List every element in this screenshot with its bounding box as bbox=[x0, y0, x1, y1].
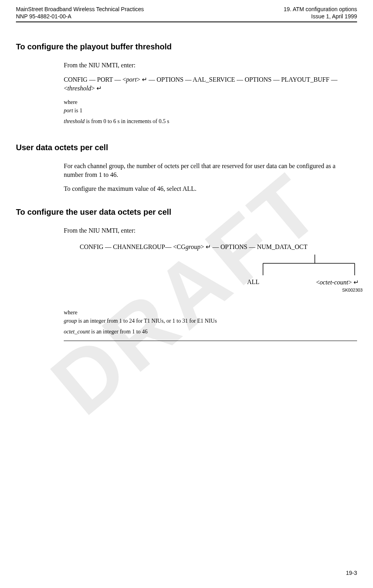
section-end-rule bbox=[64, 341, 357, 341]
group-def: group is an integer from 1 to 24 for T1 … bbox=[64, 317, 349, 325]
udo-para2: To configure the maximum value of 46, se… bbox=[64, 184, 349, 193]
page-header: MainStreet Broadband Wireless Technical … bbox=[16, 6, 357, 22]
doc-number: NNP 95-4882-01-00-A bbox=[16, 13, 144, 20]
where-label-2: where bbox=[64, 308, 349, 317]
issue-date: Issue 1, April 1999 bbox=[284, 13, 357, 20]
port-def: port is 1 bbox=[64, 106, 349, 115]
threshold-def: threshold is from 0 to 6 s in increments… bbox=[64, 117, 349, 125]
heading-playout-buffer: To configure the playout buffer threshol… bbox=[16, 42, 357, 51]
command-line-1: CONFIG — PORT — <port> ↵ — OPTIONS — AAL… bbox=[64, 75, 349, 92]
command-diagram: CONFIG — CHANNELGROUP— <CGgroup> ↵ — OPT… bbox=[80, 243, 357, 292]
intro-text: From the NIU NMTI, enter: bbox=[64, 61, 349, 70]
intro-text-2: From the NIU NMTI, enter: bbox=[64, 226, 349, 235]
branch-labels: ALL <octet-count> ↵ bbox=[247, 278, 359, 286]
page-number: 19-3 bbox=[346, 570, 357, 576]
header-right: 19. ATM configuration options Issue 1, A… bbox=[284, 6, 357, 20]
doc-title: MainStreet Broadband Wireless Technical … bbox=[16, 6, 144, 13]
header-left: MainStreet Broadband Wireless Technical … bbox=[16, 6, 144, 20]
branch-all-label: ALL bbox=[247, 278, 259, 286]
branch-octet-label: <octet-count> ↵ bbox=[316, 278, 359, 286]
branch-diagram-icon bbox=[80, 255, 363, 278]
figure-id: SK002303 bbox=[80, 288, 363, 292]
where-label: where bbox=[64, 98, 349, 106]
udo-para1: For each channel group, the number of oc… bbox=[64, 162, 349, 179]
heading-user-data-octets: User data octets per cell bbox=[16, 143, 357, 152]
octet-def: octet_count is an integer from 1 to 46 bbox=[64, 327, 349, 336]
heading-config-udo: To configure the user data octets per ce… bbox=[16, 208, 357, 217]
command-line-2: CONFIG — CHANNELGROUP— <CGgroup> ↵ — OPT… bbox=[80, 243, 357, 251]
chapter-title: 19. ATM configuration options bbox=[284, 6, 357, 13]
